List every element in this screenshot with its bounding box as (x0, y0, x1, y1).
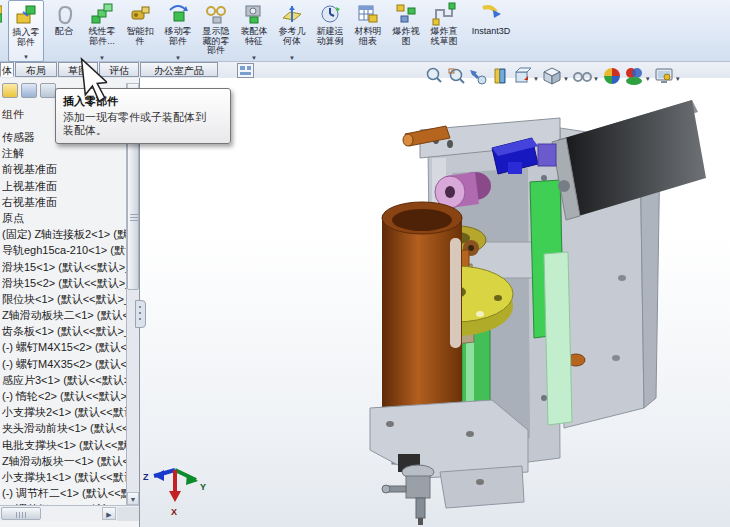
design-tree-icon[interactable] (2, 83, 18, 98)
button-label: 移动零部件 (164, 27, 193, 46)
tree-item-right-plane[interactable]: 右视基准面 (0, 194, 126, 210)
clipped-toolbar-icon (0, 2, 2, 28)
tree-horizontal-scrollbar[interactable]: ▶ (0, 505, 139, 521)
bill-of-materials-button[interactable]: 材料明细表 (350, 0, 386, 62)
chevron-down-icon[interactable]: ▼ (675, 76, 681, 82)
hide-show-items-icon[interactable] (572, 66, 592, 86)
tree-item-annotations[interactable]: 注解 (0, 145, 126, 161)
tree-item[interactable]: (-) 螺钉M4X35<2> (默认<<默 (0, 356, 126, 372)
chevron-down-icon[interactable]: ▼ (289, 55, 295, 61)
assembly-features-icon (242, 1, 266, 27)
tree-item[interactable]: (固定) Z轴连接板2<1> (默认<<默 (0, 226, 126, 242)
graphics-area[interactable]: Z Y X (140, 78, 730, 527)
section-view-icon[interactable] (490, 66, 510, 86)
tree-item[interactable]: 感应片3<1> (默认<<默认>_ (0, 372, 126, 388)
bom-table-icon (356, 1, 380, 27)
scrollbar-thumb[interactable] (1, 507, 41, 520)
tree-item[interactable]: 夹头滑动前块<1> (默认<<默 (0, 420, 126, 436)
button-label: Instant3D (464, 27, 518, 37)
insert-component-button[interactable]: 插入零部件 ▼ (8, 0, 44, 62)
show-hidden-components-button[interactable]: 显示隐藏的零部件 (198, 0, 234, 62)
previous-view-icon[interactable] (468, 66, 488, 86)
move-component-icon (166, 1, 190, 27)
tree-item[interactable]: 滑块15<1> (默认<<默认>_显 (0, 259, 126, 275)
view-orientation-icon[interactable] (512, 66, 532, 86)
tree-item[interactable]: Z轴滑动板块二<1> (默认<< (0, 307, 126, 323)
exploded-view-button[interactable]: 爆炸视图 (388, 0, 424, 62)
zoom-to-area-icon[interactable] (446, 66, 466, 86)
edit-appearance-icon[interactable] (602, 66, 622, 86)
assembly-model[interactable]: Z Y X (140, 78, 730, 527)
feature-manager-panel: 组件 传感器 注解 前视基准面 上视基准面 右视基准面 原点 (固定) Z轴连接… (0, 78, 140, 527)
tree-item[interactable]: 限位块<1> (默认<<默认>_显 (0, 291, 126, 307)
tree-item[interactable]: 滑块15<2> (默认<<默认>_显 (0, 275, 126, 291)
tree-item[interactable]: 小支撑块1<1> (默认<<默认 (0, 469, 126, 485)
property-manager-icon[interactable] (21, 83, 37, 98)
instant3d-icon (479, 1, 503, 27)
chevron-down-icon[interactable]: ▼ (645, 76, 651, 82)
button-label: 爆炸直线草图 (430, 27, 459, 46)
display-style-icon[interactable] (542, 66, 562, 86)
chevron-down-icon[interactable]: ▼ (533, 76, 539, 82)
new-motion-study-button[interactable]: 新建运动算例 (312, 0, 348, 62)
smart-fasteners-button[interactable]: 智能扣件 (122, 0, 158, 62)
motion-study-icon (318, 1, 342, 27)
configuration-manager-icon[interactable] (40, 83, 56, 98)
panel-splitter-handle[interactable] (135, 300, 146, 328)
tree-item[interactable]: (-) 螺钉M4X15<2> (默认<<默 (0, 339, 126, 355)
tree-root-item[interactable]: 组件 (2, 107, 24, 122)
orientation-triad: Z Y X (143, 470, 206, 517)
tab-office-products[interactable]: 办公室产品 (140, 62, 218, 77)
mate-button[interactable]: 配合 (46, 0, 82, 62)
move-component-button[interactable]: 移动零部件 ▼ (160, 0, 196, 62)
button-label: 新建运动算例 (316, 27, 345, 46)
scroll-down-icon[interactable]: ▼ (127, 492, 139, 505)
zoom-to-fit-icon[interactable] (424, 66, 444, 86)
reference-geometry-button[interactable]: 参考几何体 ▼ (274, 0, 310, 62)
button-label: 显示隐藏的零部件 (202, 27, 231, 56)
assembly-features-button[interactable]: 装配体特征 ▼ (236, 0, 272, 62)
show-hidden-components-icon (204, 1, 228, 27)
scrollbar-thumb[interactable] (127, 138, 139, 290)
button-label: 材料明细表 (354, 27, 383, 46)
linear-pattern-icon (90, 1, 114, 27)
tree-item-front-plane[interactable]: 前视基准面 (0, 161, 126, 177)
tree-vertical-scrollbar[interactable]: ▲ ▼ (126, 83, 139, 505)
heads-up-view-toolbar: ▼ ▼ ▼ ▼ ▼ (424, 64, 682, 88)
explode-line-sketch-icon (432, 1, 456, 27)
chevron-down-icon[interactable]: ▼ (593, 76, 599, 82)
linear-component-pattern-button[interactable]: 线性零部件... ▼ (84, 0, 120, 62)
tree-item[interactable]: (-) 调节杆二<1> (默认<<默 (0, 485, 126, 501)
button-label: 插入零部件 (12, 28, 41, 47)
tooltip-body: 添加一现有零件或子装配体到装配体。 (63, 111, 213, 137)
tree-item[interactable]: 电批支撑块<1> (默认<<默认 (0, 437, 126, 453)
tree-item[interactable]: Z轴滑动板块一<1> (默认<< (0, 453, 126, 469)
tree-item[interactable]: (-) 惰轮<2> (默认<<默认>_ (0, 388, 126, 404)
chevron-down-icon[interactable]: ▼ (175, 55, 181, 61)
tree-item[interactable]: 导轨egh15ca-210<1> (默认<< (0, 242, 126, 258)
tab-layout[interactable]: 布局 (15, 62, 57, 77)
tab-assembly[interactable]: 体 (0, 62, 14, 77)
display-pane-icon[interactable] (237, 63, 254, 78)
chevron-down-icon[interactable]: ▼ (563, 76, 569, 82)
mate-icon (52, 1, 76, 27)
tree-item[interactable]: 小支撑块2<1> (默认<<默认 (0, 404, 126, 420)
instant3d-button[interactable]: Instant3D (464, 0, 518, 62)
apply-scene-icon[interactable] (624, 66, 644, 86)
button-label: 配合 (50, 27, 79, 37)
command-manager: 插入零部件 ▼ 配合 线性零部件... ▼ 智能扣件 移 (0, 0, 730, 62)
tree-item-origin[interactable]: 原点 (0, 210, 126, 226)
button-label: 装配体特征 (240, 27, 269, 46)
view-settings-icon[interactable] (654, 66, 674, 86)
button-label: 参考几何体 (278, 27, 307, 46)
insert-component-icon (14, 2, 38, 28)
mouse-cursor (74, 55, 109, 110)
chevron-down-icon[interactable]: ▼ (251, 55, 257, 61)
explode-line-sketch-button[interactable]: 爆炸直线草图 (426, 0, 462, 62)
exploded-view-icon (394, 1, 418, 27)
scroll-right-icon[interactable]: ▶ (102, 507, 116, 520)
reference-geometry-icon (280, 1, 304, 27)
tree-item-top-plane[interactable]: 上视基准面 (0, 178, 126, 194)
tree-item[interactable]: 齿条板<1> (默认<<默认>_显 (0, 323, 126, 339)
chevron-down-icon[interactable]: ▼ (23, 54, 29, 60)
